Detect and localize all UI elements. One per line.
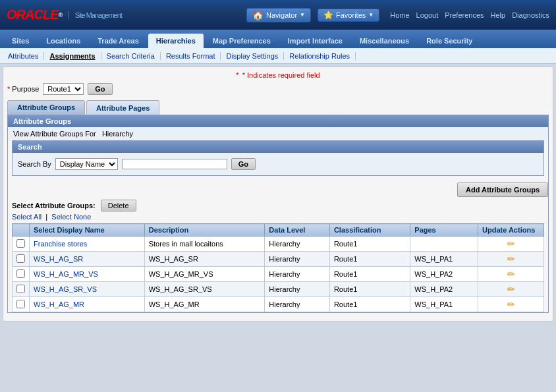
- row-pages: [410, 237, 478, 252]
- row-pages: WS_H_PA2: [410, 267, 478, 282]
- tab-attribute-pages[interactable]: Attribute Pages: [86, 100, 159, 115]
- navigator-dropdown[interactable]: 🏠 Navigator ▼: [246, 8, 311, 22]
- tab-hierarchies[interactable]: Hierarchies: [148, 34, 204, 48]
- purpose-select[interactable]: Route1 Route2: [43, 83, 84, 95]
- row-actions: ✏: [478, 237, 544, 252]
- row-checkbox[interactable]: [16, 254, 25, 263]
- select-none-link[interactable]: Select None: [51, 213, 91, 221]
- row-description: WS_H_AG_MR_VS: [144, 267, 265, 282]
- col-header-description: Description: [144, 224, 265, 237]
- purpose-label: * Purpose: [7, 85, 39, 93]
- purpose-row: * Purpose Route1 Route2 Go: [7, 83, 549, 95]
- tab-locations[interactable]: Locations: [38, 34, 88, 48]
- row-checkbox[interactable]: [16, 300, 25, 308]
- display-name-link[interactable]: WS_H_AG_MR: [34, 300, 84, 308]
- tab-map-preferences[interactable]: Map Preferences: [205, 34, 279, 48]
- row-classification: Route1: [329, 297, 410, 312]
- display-name-link[interactable]: WS_H_AG_SR_VS: [34, 285, 97, 293]
- sub-nav-attributes[interactable]: Attributes: [8, 52, 44, 60]
- tab-role-security[interactable]: Role Security: [418, 34, 480, 48]
- search-by-select[interactable]: Display Name Description: [55, 158, 118, 170]
- edit-icon[interactable]: ✏: [507, 254, 515, 264]
- row-display-name: WS_H_AG_SR: [30, 252, 145, 267]
- col-header-classification: Classification: [329, 224, 410, 237]
- diagnostics-link[interactable]: Diagnostics: [512, 11, 549, 19]
- edit-icon[interactable]: ✏: [507, 238, 515, 249]
- content-tabs: Attribute Groups Attribute Pages: [7, 100, 549, 115]
- row-checkbox-cell: [13, 282, 30, 297]
- favorites-dropdown[interactable]: ⭐ Favorites ▼: [318, 9, 379, 22]
- search-go-button[interactable]: Go: [231, 158, 256, 170]
- select-links: Select All | Select None: [12, 213, 544, 221]
- sub-nav-search-criteria[interactable]: Search Criteria: [101, 52, 161, 60]
- add-attribute-groups-button[interactable]: Add Attribute Groups: [457, 182, 548, 197]
- row-description: Stores in mall locaitons: [144, 237, 265, 252]
- col-header-checkbox: [13, 224, 30, 237]
- delete-button[interactable]: Delete: [101, 200, 136, 211]
- row-display-name: WS_H_AG_SR_VS: [30, 282, 145, 297]
- tab-attribute-groups[interactable]: Attribute Groups: [7, 100, 85, 115]
- tab-import-interface[interactable]: Import Interface: [280, 34, 350, 48]
- row-data-level: Hierarchy: [265, 267, 330, 282]
- row-checkbox[interactable]: [16, 285, 25, 293]
- row-actions: ✏: [478, 252, 544, 267]
- row-pages: WS_H_PA1: [410, 297, 478, 312]
- row-actions: ✏: [478, 282, 544, 297]
- search-by-label: Search By: [18, 160, 51, 168]
- row-display-name: WS_H_AG_MR: [30, 297, 145, 312]
- col-header-actions: Update Actions: [478, 224, 544, 237]
- tab-miscellaneous[interactable]: Miscellaneous: [352, 34, 417, 48]
- tab-sites[interactable]: Sites: [4, 34, 37, 48]
- navigator-arrow-icon: ▼: [300, 12, 305, 18]
- col-header-pages: Pages: [410, 224, 478, 237]
- view-value: Hierarchy: [102, 130, 133, 138]
- row-description: WS_H_AG_MR: [144, 297, 265, 312]
- row-checkbox[interactable]: [16, 239, 25, 248]
- edit-icon[interactable]: ✏: [507, 269, 515, 279]
- table-row: WS_H_AG_SR WS_H_AG_SR Hierarchy Route1 W…: [13, 252, 544, 267]
- row-classification: Route1: [329, 267, 410, 282]
- select-attribute-groups-label: Select Attribute Groups:: [12, 202, 96, 210]
- sub-nav-relationship-rules[interactable]: Relationship Rules: [284, 52, 356, 60]
- row-display-name: Franchise stores: [30, 237, 145, 252]
- display-name-link[interactable]: Franchise stores: [34, 240, 87, 248]
- display-name-link[interactable]: WS_H_AG_SR: [34, 255, 83, 263]
- purpose-go-button[interactable]: Go: [88, 83, 112, 95]
- preferences-link[interactable]: Preferences: [445, 11, 484, 19]
- row-data-level: Hierarchy: [265, 282, 330, 297]
- col-header-display-name: Select Display Name: [30, 224, 145, 237]
- select-delete-row: Select Attribute Groups: Delete: [12, 200, 544, 211]
- row-checkbox-cell: [13, 267, 30, 282]
- logout-link[interactable]: Logout: [416, 11, 439, 19]
- search-input[interactable]: [122, 159, 227, 169]
- help-link[interactable]: Help: [491, 11, 506, 19]
- search-header: Search: [13, 141, 543, 153]
- edit-icon[interactable]: ✏: [507, 284, 515, 294]
- row-pages: WS_H_PA1: [410, 252, 478, 267]
- attribute-groups-content: View Attribute Groups For Hierarchy: [8, 127, 548, 140]
- sub-nav-display-settings[interactable]: Display Settings: [221, 52, 284, 60]
- row-classification: Route1: [329, 252, 410, 267]
- edit-icon[interactable]: ✏: [507, 299, 515, 310]
- nav-bar: Sites Locations Trade Areas Hierarchies …: [0, 30, 556, 48]
- home-link[interactable]: Home: [390, 11, 409, 19]
- tab-trade-areas[interactable]: Trade Areas: [90, 34, 147, 48]
- app-header: ORACLE ® Site Management 🏠 Navigator ▼ ⭐…: [0, 0, 556, 30]
- select-all-link[interactable]: Select All: [12, 213, 42, 221]
- attribute-groups-section: Attribute Groups View Attribute Groups F…: [7, 115, 549, 313]
- row-checkbox-cell: [13, 297, 30, 312]
- search-section: Search Search By Display Name Descriptio…: [12, 140, 544, 176]
- sub-nav-results-format[interactable]: Results Format: [161, 52, 221, 60]
- display-name-link[interactable]: WS_H_AG_MR_VS: [34, 270, 98, 278]
- sub-nav-assignments[interactable]: Assignments: [44, 52, 101, 60]
- add-btn-row: Add Attribute Groups: [8, 180, 548, 200]
- row-checkbox[interactable]: [16, 269, 25, 278]
- table-row: Franchise stores Stores in mall locaiton…: [13, 237, 544, 252]
- row-description: WS_H_AG_SR: [144, 252, 265, 267]
- search-content: Search By Display Name Description Go: [13, 153, 543, 175]
- row-actions: ✏: [478, 297, 544, 312]
- main-content: * * Indicates required field * Purpose R…: [3, 67, 553, 322]
- row-display-name: WS_H_AG_MR_VS: [30, 267, 145, 282]
- required-note: * * Indicates required field: [7, 71, 549, 79]
- row-data-level: Hierarchy: [265, 297, 330, 312]
